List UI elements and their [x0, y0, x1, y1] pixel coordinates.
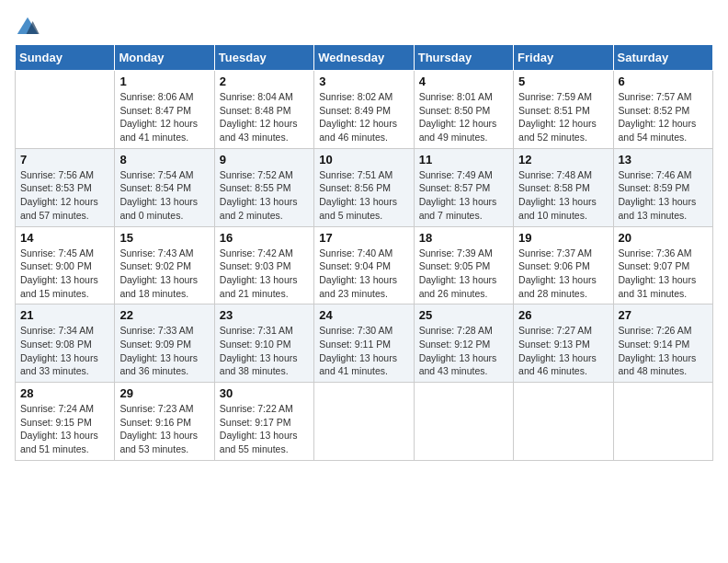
header-saturday: Saturday [613, 45, 712, 71]
header-tuesday: Tuesday [214, 45, 313, 71]
day-cell: 19Sunrise: 7:37 AMSunset: 9:06 PMDayligh… [514, 226, 613, 304]
day-cell: 13Sunrise: 7:46 AMSunset: 8:59 PMDayligh… [613, 148, 712, 226]
day-cell: 23Sunrise: 7:31 AMSunset: 9:10 PMDayligh… [214, 304, 313, 383]
day-cell: 12Sunrise: 7:48 AMSunset: 8:58 PMDayligh… [514, 148, 613, 226]
day-number: 12 [518, 153, 608, 167]
day-info: Sunrise: 7:27 AMSunset: 9:13 PMDaylight:… [518, 324, 608, 378]
day-cell: 1Sunrise: 8:06 AMSunset: 8:47 PMDaylight… [115, 71, 214, 149]
day-number: 24 [319, 308, 408, 322]
day-number: 11 [419, 153, 508, 167]
day-cell: 28Sunrise: 7:24 AMSunset: 9:15 PMDayligh… [16, 383, 115, 461]
calendar-table: SundayMondayTuesdayWednesdayThursdayFrid… [15, 44, 713, 461]
calendar-header: SundayMondayTuesdayWednesdayThursdayFrid… [16, 45, 713, 71]
day-info: Sunrise: 7:30 AMSunset: 9:11 PMDaylight:… [319, 324, 408, 378]
page-header [15, 15, 713, 40]
day-number: 10 [319, 153, 408, 167]
day-number: 7 [20, 153, 109, 167]
day-cell: 7Sunrise: 7:56 AMSunset: 8:53 PMDaylight… [16, 148, 115, 226]
day-cell: 17Sunrise: 7:40 AMSunset: 9:04 PMDayligh… [314, 226, 414, 304]
day-number: 30 [220, 386, 309, 400]
week-row-1: 1Sunrise: 8:06 AMSunset: 8:47 PMDaylight… [16, 71, 713, 149]
day-number: 21 [20, 308, 109, 322]
day-info: Sunrise: 7:39 AMSunset: 9:05 PMDaylight:… [419, 247, 508, 301]
day-number: 2 [220, 75, 309, 88]
day-cell [514, 383, 613, 461]
day-number: 13 [619, 153, 708, 167]
day-info: Sunrise: 7:45 AMSunset: 9:00 PMDaylight:… [20, 247, 109, 301]
logo [15, 15, 42, 40]
header-monday: Monday [115, 45, 214, 71]
day-cell: 9Sunrise: 7:52 AMSunset: 8:55 PMDaylight… [214, 148, 313, 226]
day-number: 22 [119, 308, 209, 322]
day-number: 1 [119, 75, 209, 88]
day-info: Sunrise: 7:37 AMSunset: 9:06 PMDaylight:… [518, 247, 608, 301]
day-cell: 29Sunrise: 7:23 AMSunset: 9:16 PMDayligh… [115, 383, 214, 461]
day-info: Sunrise: 8:04 AMSunset: 8:48 PMDaylight:… [220, 90, 309, 144]
day-cell: 4Sunrise: 8:01 AMSunset: 8:50 PMDaylight… [414, 71, 513, 149]
day-cell [16, 71, 115, 149]
day-info: Sunrise: 7:48 AMSunset: 8:58 PMDaylight:… [518, 168, 608, 223]
day-cell: 30Sunrise: 7:22 AMSunset: 9:17 PMDayligh… [214, 383, 313, 461]
day-number: 25 [419, 308, 508, 322]
day-cell: 20Sunrise: 7:36 AMSunset: 9:07 PMDayligh… [613, 226, 712, 304]
day-cell: 3Sunrise: 8:02 AMSunset: 8:49 PMDaylight… [314, 71, 414, 149]
day-number: 20 [619, 231, 708, 245]
day-number: 14 [20, 231, 109, 245]
day-info: Sunrise: 7:54 AMSunset: 8:54 PMDaylight:… [119, 168, 209, 223]
day-info: Sunrise: 7:59 AMSunset: 8:51 PMDaylight:… [518, 90, 608, 144]
day-number: 4 [419, 75, 508, 88]
day-number: 23 [220, 308, 309, 322]
day-info: Sunrise: 7:57 AMSunset: 8:52 PMDaylight:… [619, 90, 708, 144]
day-number: 18 [419, 231, 508, 245]
day-info: Sunrise: 7:22 AMSunset: 9:17 PMDaylight:… [220, 402, 309, 456]
day-cell [613, 383, 712, 461]
day-number: 19 [518, 231, 608, 245]
day-number: 5 [518, 75, 608, 88]
day-cell: 26Sunrise: 7:27 AMSunset: 9:13 PMDayligh… [514, 304, 613, 383]
day-info: Sunrise: 7:33 AMSunset: 9:09 PMDaylight:… [119, 324, 209, 378]
day-number: 3 [319, 75, 408, 88]
logo-icon [15, 15, 40, 40]
day-cell: 10Sunrise: 7:51 AMSunset: 8:56 PMDayligh… [314, 148, 414, 226]
week-row-5: 28Sunrise: 7:24 AMSunset: 9:15 PMDayligh… [16, 383, 713, 461]
day-number: 9 [220, 153, 309, 167]
day-info: Sunrise: 8:02 AMSunset: 8:49 PMDaylight:… [319, 90, 408, 144]
day-number: 16 [220, 231, 309, 245]
day-number: 8 [119, 153, 209, 167]
day-info: Sunrise: 7:49 AMSunset: 8:57 PMDaylight:… [419, 168, 508, 223]
day-cell: 16Sunrise: 7:42 AMSunset: 9:03 PMDayligh… [214, 226, 313, 304]
day-cell: 25Sunrise: 7:28 AMSunset: 9:12 PMDayligh… [414, 304, 513, 383]
day-number: 6 [619, 75, 708, 88]
week-row-3: 14Sunrise: 7:45 AMSunset: 9:00 PMDayligh… [16, 226, 713, 304]
day-cell: 5Sunrise: 7:59 AMSunset: 8:51 PMDaylight… [514, 71, 613, 149]
day-cell: 11Sunrise: 7:49 AMSunset: 8:57 PMDayligh… [414, 148, 513, 226]
day-cell: 21Sunrise: 7:34 AMSunset: 9:08 PMDayligh… [16, 304, 115, 383]
day-cell: 8Sunrise: 7:54 AMSunset: 8:54 PMDaylight… [115, 148, 214, 226]
day-cell: 6Sunrise: 7:57 AMSunset: 8:52 PMDaylight… [613, 71, 712, 149]
calendar-body: 1Sunrise: 8:06 AMSunset: 8:47 PMDaylight… [16, 71, 713, 461]
day-cell: 18Sunrise: 7:39 AMSunset: 9:05 PMDayligh… [414, 226, 513, 304]
header-thursday: Thursday [414, 45, 513, 71]
day-cell [414, 383, 513, 461]
day-info: Sunrise: 7:42 AMSunset: 9:03 PMDaylight:… [220, 247, 309, 301]
day-info: Sunrise: 7:23 AMSunset: 9:16 PMDaylight:… [119, 402, 209, 456]
day-info: Sunrise: 7:46 AMSunset: 8:59 PMDaylight:… [619, 168, 708, 223]
day-number: 15 [119, 231, 209, 245]
day-info: Sunrise: 7:51 AMSunset: 8:56 PMDaylight:… [319, 168, 408, 223]
day-info: Sunrise: 7:31 AMSunset: 9:10 PMDaylight:… [220, 324, 309, 378]
day-cell: 15Sunrise: 7:43 AMSunset: 9:02 PMDayligh… [115, 226, 214, 304]
day-info: Sunrise: 7:52 AMSunset: 8:55 PMDaylight:… [220, 168, 309, 223]
day-cell: 24Sunrise: 7:30 AMSunset: 9:11 PMDayligh… [314, 304, 414, 383]
day-info: Sunrise: 7:40 AMSunset: 9:04 PMDaylight:… [319, 247, 408, 301]
day-info: Sunrise: 7:34 AMSunset: 9:08 PMDaylight:… [20, 324, 109, 378]
week-row-2: 7Sunrise: 7:56 AMSunset: 8:53 PMDaylight… [16, 148, 713, 226]
day-info: Sunrise: 7:28 AMSunset: 9:12 PMDaylight:… [419, 324, 508, 378]
week-row-4: 21Sunrise: 7:34 AMSunset: 9:08 PMDayligh… [16, 304, 713, 383]
day-info: Sunrise: 8:06 AMSunset: 8:47 PMDaylight:… [119, 90, 209, 144]
day-info: Sunrise: 7:36 AMSunset: 9:07 PMDaylight:… [619, 247, 708, 301]
day-cell: 2Sunrise: 8:04 AMSunset: 8:48 PMDaylight… [214, 71, 313, 149]
header-friday: Friday [514, 45, 613, 71]
day-info: Sunrise: 7:26 AMSunset: 9:14 PMDaylight:… [619, 324, 708, 378]
day-number: 17 [319, 231, 408, 245]
header-row: SundayMondayTuesdayWednesdayThursdayFrid… [16, 45, 713, 71]
